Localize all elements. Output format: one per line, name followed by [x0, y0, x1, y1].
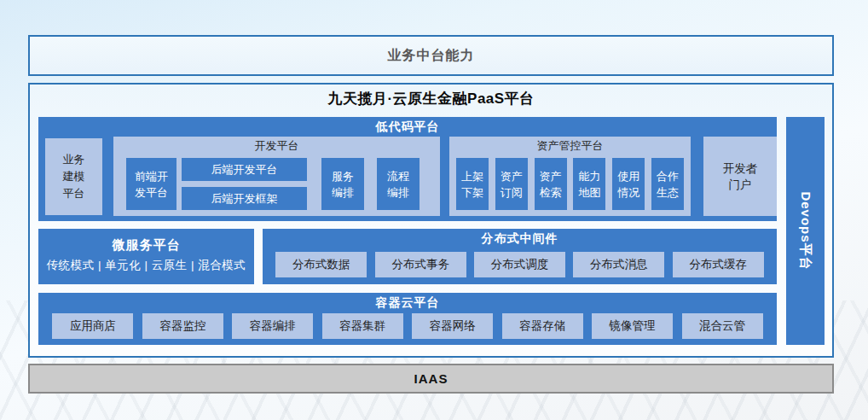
iaas-label: IAAS	[414, 371, 448, 386]
distributed-data-box: 分布式数据	[275, 252, 367, 277]
developer-portal-line: 门户	[729, 177, 752, 193]
asset-item-line: 资产	[501, 168, 523, 184]
distributed-transaction-box: 分布式事务	[375, 252, 466, 277]
process-orchestration-box: 流程 编排	[377, 158, 420, 210]
backend-dev-framework-label: 后端开发框架	[211, 190, 278, 207]
business-modeling-line: 业务	[63, 151, 85, 168]
container-monitoring-box: 容器监控	[142, 313, 223, 339]
microservice-modes-label: 传统模式 | 单元化 | 云原生 | 混合模式	[38, 258, 254, 273]
backend-stack: 后端开发平台 后端开发框架	[182, 158, 307, 210]
service-orch-line: 服务	[332, 168, 354, 184]
container-network-box: 容器网络	[412, 313, 493, 339]
container-cloud-platform-section: 容器云平台 应用商店 容器监控 容器编排 容器集群 容器网络 容器存储 镜像管理…	[38, 293, 777, 345]
asset-item-line: 资产	[540, 168, 562, 184]
distributed-message-box: 分布式消息	[573, 252, 664, 277]
usage-status-box: 使用 情况	[612, 158, 645, 210]
backend-dev-framework-box: 后端开发框架	[182, 187, 307, 210]
asset-item-line: 检索	[540, 184, 562, 201]
asset-item-line: 下架	[461, 184, 483, 201]
asset-control-platform-panel: 资产管控平台 上架 下架 资产 订阅 资产 检索 能力 地图	[449, 137, 691, 216]
distributed-middleware-title: 分布式中间件	[263, 229, 777, 248]
business-middle-platform-banner: 业务中台能力	[28, 35, 834, 76]
dev-platform-panel: 开发平台 前端开 发平台 后端开发平台 后端开发框架 服务 编排	[113, 137, 440, 216]
business-middle-platform-label: 业务中台能力	[388, 47, 475, 65]
app-store-box: 应用商店	[52, 313, 133, 339]
cooperation-ecosystem-box: 合作 生态	[651, 158, 684, 210]
middleware-row: 分布式数据 分布式事务 分布式调度 分布式消息 分布式缓存	[268, 251, 772, 277]
container-cloud-platform-title: 容器云平台	[38, 293, 777, 312]
container-cluster-box: 容器集群	[322, 313, 403, 339]
paas-platform-title: 九天揽月·云原生金融PaaS平台	[30, 89, 832, 108]
container-row: 应用商店 容器监控 容器编排 容器集群 容器网络 容器存储 镜像管理 混合云管	[43, 313, 772, 339]
developer-portal-box: 开发者 门户	[703, 137, 777, 216]
process-orch-line: 流程	[387, 168, 409, 184]
lowcode-platform-title: 低代码平台	[38, 117, 777, 136]
distributed-cache-box: 分布式缓存	[673, 252, 764, 277]
asset-item-line: 地图	[578, 184, 600, 201]
container-orchestration-box: 容器编排	[232, 313, 313, 339]
distributed-middleware-section: 分布式中间件 分布式数据 分布式事务 分布式调度 分布式消息 分布式缓存	[263, 229, 777, 284]
business-modeling-line: 平台	[63, 185, 85, 202]
backend-dev-platform-label: 后端开发平台	[211, 161, 278, 178]
asset-control-row: 上架 下架 资产 订阅 资产 检索 能力 地图 使用 情况	[456, 158, 684, 210]
asset-onoff-shelf-box: 上架 下架	[456, 158, 489, 210]
distributed-scheduling-box: 分布式调度	[474, 252, 565, 277]
devops-platform-bar: Devops平台	[786, 117, 825, 345]
asset-item-line: 能力	[578, 168, 600, 184]
microservice-platform-section: 微服务平台 传统模式 | 单元化 | 云原生 | 混合模式	[38, 229, 254, 284]
paas-platform-box: 九天揽月·云原生金融PaaS平台 低代码平台 业务 建模 平台 开发平台 前端开…	[28, 83, 834, 358]
image-management-box: 镜像管理	[592, 313, 673, 339]
asset-subscription-box: 资产 订阅	[495, 158, 528, 210]
process-orch-line: 编排	[387, 184, 409, 201]
asset-search-box: 资产 检索	[535, 158, 567, 210]
dev-platform-row: 前端开 发平台 后端开发平台 后端开发框架 服务 编排 流程	[126, 158, 420, 210]
lowcode-platform-section: 低代码平台 业务 建模 平台 开发平台 前端开 发平台 后端开发平台 后端开发框…	[38, 117, 777, 221]
microservice-platform-title: 微服务平台	[38, 236, 254, 254]
asset-item-line: 使用	[617, 168, 639, 184]
frontend-dev-platform-box: 前端开 发平台	[126, 158, 176, 210]
service-orchestration-box: 服务 编排	[321, 158, 364, 210]
asset-item-line: 生态	[657, 184, 679, 201]
service-orch-line: 编排	[332, 184, 354, 201]
asset-control-platform-title: 资产管控平台	[449, 137, 691, 155]
asset-item-line: 订阅	[501, 184, 523, 201]
asset-item-line: 情况	[617, 184, 639, 201]
container-storage-box: 容器存储	[502, 313, 583, 339]
asset-item-line: 上架	[461, 168, 483, 184]
developer-portal-line: 开发者	[723, 160, 758, 177]
frontend-dev-line: 发平台	[135, 184, 168, 201]
capability-map-box: 能力 地图	[573, 158, 605, 210]
business-modeling-platform-box: 业务 建模 平台	[45, 138, 102, 215]
devops-platform-label: Devops平台	[797, 191, 813, 270]
dev-platform-title: 开发平台	[113, 137, 440, 155]
asset-item-line: 合作	[657, 168, 679, 184]
iaas-bar: IAAS	[28, 364, 834, 394]
frontend-dev-line: 前端开	[135, 168, 168, 184]
business-modeling-line: 建模	[63, 168, 85, 185]
backend-dev-platform-box: 后端开发平台	[182, 158, 307, 181]
hybrid-cloud-management-box: 混合云管	[682, 313, 763, 339]
